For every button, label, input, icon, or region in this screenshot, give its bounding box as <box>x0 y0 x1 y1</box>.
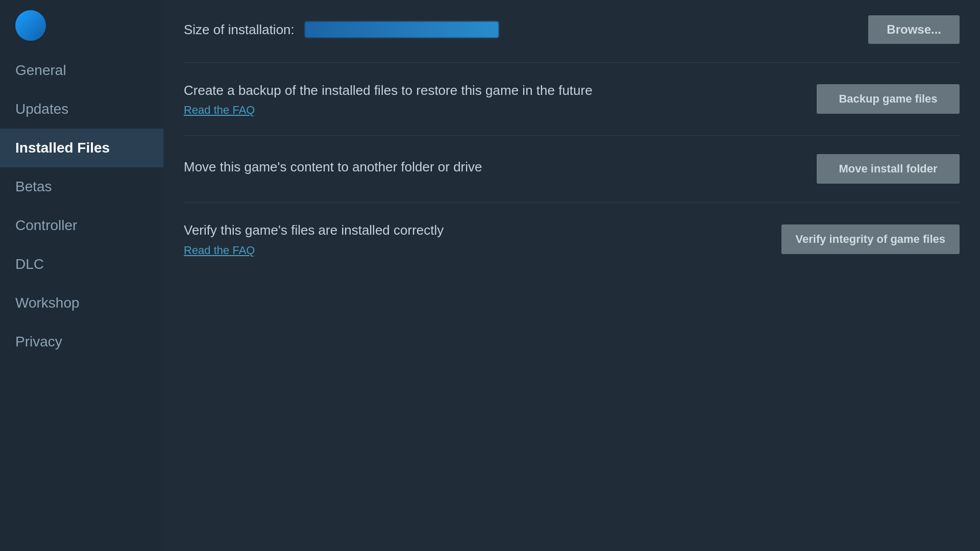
size-value-wrapper: Size of installation: <box>184 21 868 38</box>
backup-faq-link[interactable]: Read the FAQ <box>184 104 255 116</box>
verify-integrity-button[interactable]: Verify integrity of game files <box>781 224 960 254</box>
size-label: Size of installation: <box>184 22 295 38</box>
sidebar-item-betas[interactable]: Betas <box>0 167 163 206</box>
move-section-row: Move this game's content to another fold… <box>184 136 960 203</box>
move-section-left: Move this game's content to another fold… <box>184 158 817 180</box>
browse-button[interactable]: Browse... <box>868 15 960 44</box>
sidebar-item-workshop[interactable]: Workshop <box>0 284 163 322</box>
move-description: Move this game's content to another fold… <box>184 158 796 176</box>
size-value-bar <box>305 21 499 38</box>
backup-section-left: Create a backup of the installed files t… <box>184 81 817 117</box>
sidebar-item-dlc[interactable]: DLC <box>0 245 163 284</box>
main-content: Size of installation: Browse... Create a… <box>163 0 980 551</box>
size-of-installation-row: Size of installation: Browse... <box>184 0 960 63</box>
verify-section-row: Verify this game's files are installed c… <box>184 203 960 275</box>
sidebar-item-controller[interactable]: Controller <box>0 206 163 245</box>
verify-description: Verify this game's files are installed c… <box>184 221 761 239</box>
app-logo <box>15 10 46 41</box>
sidebar-item-general[interactable]: General <box>0 51 163 90</box>
verify-faq-link[interactable]: Read the FAQ <box>184 244 255 257</box>
sidebar-item-privacy[interactable]: Privacy <box>0 322 163 361</box>
backup-description: Create a backup of the installed files t… <box>184 81 796 99</box>
sidebar: General Updates Installed Files Betas Co… <box>0 0 163 551</box>
verify-section-left: Verify this game's files are installed c… <box>184 221 781 257</box>
backup-game-files-button[interactable]: Backup game files <box>817 84 960 114</box>
sidebar-item-installed-files[interactable]: Installed Files <box>0 129 163 167</box>
move-install-folder-button[interactable]: Move install folder <box>817 154 960 184</box>
sidebar-item-updates[interactable]: Updates <box>0 90 163 129</box>
backup-section-row: Create a backup of the installed files t… <box>184 63 960 136</box>
